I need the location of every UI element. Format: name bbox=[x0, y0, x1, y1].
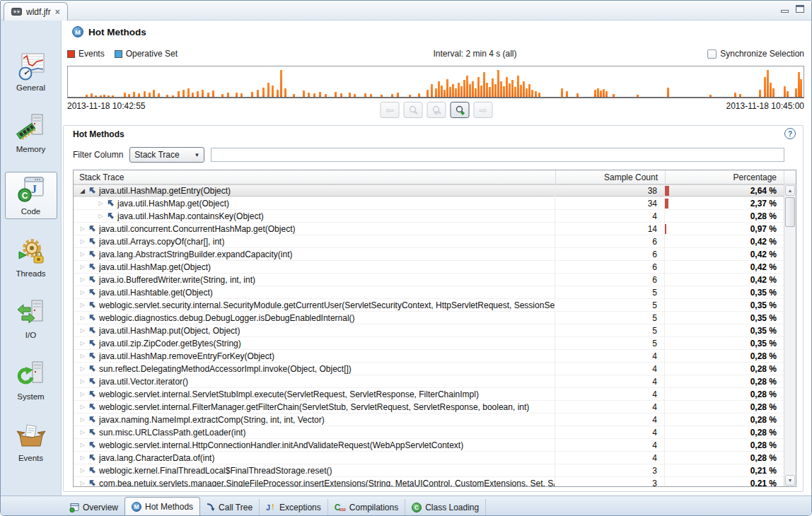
table-row[interactable]: ▷ java.lang.CharacterData.of(int) 4 0,28… bbox=[74, 452, 784, 464]
interval-label: Interval: 2 min 4 s (all) bbox=[433, 49, 516, 59]
sample-count: 4 bbox=[555, 439, 665, 451]
table-row[interactable]: ▷ sun.misc.URLClassPath.getLoader(int) 4… bbox=[74, 426, 784, 439]
sidebar-item-general[interactable]: General bbox=[5, 49, 57, 95]
column-header-stack-trace[interactable]: Stack Trace bbox=[74, 170, 555, 184]
table-row[interactable]: ▷ java.util.Hashtable.get(Object) 5 0,35… bbox=[74, 286, 784, 299]
percentage-cell: 0,35 % bbox=[665, 312, 784, 324]
expand-icon[interactable]: ▷ bbox=[78, 391, 87, 397]
vertical-scrollbar[interactable]: ▲ ▼ bbox=[784, 184, 796, 486]
column-header-percentage[interactable]: Percentage bbox=[665, 170, 784, 184]
minimize-icon[interactable] bbox=[781, 10, 789, 13]
table-row[interactable]: ▷ java.util.HashMap.containsKey(Object) … bbox=[74, 210, 784, 223]
table-row[interactable]: ◢ java.util.HashMap.getEntry(Object) 38 … bbox=[74, 184, 784, 197]
expand-icon[interactable]: ▷ bbox=[78, 340, 87, 346]
expand-icon[interactable]: ◢ bbox=[78, 187, 87, 194]
table-row[interactable]: ▷ weblogic.servlet.internal.FilterManage… bbox=[74, 401, 784, 414]
scroll-up-icon[interactable]: ▲ bbox=[785, 185, 795, 196]
help-icon[interactable]: ? bbox=[784, 128, 796, 139]
stack-trace-cell: ▷ java.util.HashMap.get(Object) bbox=[74, 197, 555, 209]
sample-count: 6 bbox=[555, 235, 665, 247]
maximize-icon[interactable] bbox=[796, 5, 804, 13]
column-header-sample-count[interactable]: Sample Count bbox=[555, 170, 665, 184]
expand-icon[interactable]: ▷ bbox=[96, 213, 105, 219]
table-row[interactable]: ▷ java.io.BufferedWriter.write(String, i… bbox=[74, 274, 784, 286]
expand-icon[interactable]: ▷ bbox=[78, 378, 87, 385]
tab-compilations[interactable]: C010 Compilations bbox=[328, 499, 405, 515]
zoom-out-button[interactable] bbox=[404, 102, 423, 118]
sidebar-item-threads[interactable]: Threads bbox=[5, 235, 57, 281]
tab-overview[interactable]: Overview bbox=[63, 499, 125, 515]
expand-icon[interactable]: ▷ bbox=[78, 353, 87, 359]
table-row[interactable]: ▷ java.util.Vector.iterator() 4 0,28 % bbox=[74, 375, 784, 388]
table-row[interactable]: ▷ sun.reflect.DelegatingMethodAccessorIm… bbox=[74, 363, 784, 375]
sidebar-item-system[interactable]: System bbox=[5, 358, 57, 404]
table-row[interactable]: ▷ weblogic.servlet.security.internal.Sec… bbox=[74, 299, 784, 312]
filter-column-dropdown[interactable]: Stack Trace ▼ bbox=[129, 147, 204, 163]
percentage-cell: 0,28 % bbox=[665, 375, 784, 387]
tab-exceptions[interactable]: J! Exceptions bbox=[260, 499, 328, 515]
expand-icon[interactable]: ▷ bbox=[78, 276, 87, 283]
table-row[interactable]: ▷ java.util.HashMap.get(Object) 6 0,42 % bbox=[74, 261, 784, 274]
sidebar-item-label: I/O bbox=[25, 331, 36, 339]
scroll-down-icon[interactable]: ▼ bbox=[785, 475, 795, 486]
zoom-to-selection-button[interactable] bbox=[427, 102, 446, 118]
method-icon bbox=[88, 288, 96, 296]
timeline-chart[interactable] bbox=[67, 66, 804, 98]
table-row[interactable]: ▷ com.bea.netuix.servlets.manager.Single… bbox=[74, 477, 784, 486]
expand-icon[interactable]: ▷ bbox=[96, 200, 105, 206]
method-icon bbox=[88, 339, 96, 347]
table-row[interactable]: ▷ java.util.HashMap.removeEntryForKey(Ob… bbox=[74, 350, 784, 363]
stack-trace-cell: ▷ java.util.Arrays.copyOf(char[], int) bbox=[74, 235, 555, 247]
percentage-value: 0,42 % bbox=[750, 237, 777, 247]
sidebar-item-events[interactable]: Events bbox=[5, 419, 57, 465]
expand-icon[interactable]: ▷ bbox=[78, 442, 87, 448]
expand-icon[interactable]: ▷ bbox=[78, 238, 87, 245]
percentage-cell: 0,35 % bbox=[665, 337, 784, 349]
scrollbar-thumb[interactable] bbox=[785, 197, 795, 227]
expand-icon[interactable]: ▷ bbox=[78, 327, 87, 334]
editor-tab-wldf[interactable]: wldf.jfr × bbox=[4, 2, 68, 20]
table-row[interactable]: ▷ weblogic.servlet.internal.ServletStubI… bbox=[74, 388, 784, 401]
expand-icon[interactable]: ▷ bbox=[78, 289, 87, 295]
table-row[interactable]: ▷ weblogic.kernel.FinalThreadLocal$Final… bbox=[74, 464, 784, 477]
expand-icon[interactable]: ▷ bbox=[78, 251, 87, 257]
table-row[interactable]: ▷ weblogic.diagnostics.debug.DebugLogger… bbox=[74, 312, 784, 324]
sidebar-item-memory[interactable]: Memory bbox=[5, 110, 57, 156]
expand-icon[interactable]: ▷ bbox=[78, 455, 87, 461]
expand-icon[interactable]: ▷ bbox=[78, 416, 87, 423]
expand-icon[interactable]: ▷ bbox=[78, 225, 87, 232]
table-row[interactable]: ▷ java.util.HashMap.get(Object) 34 2,37 … bbox=[74, 197, 784, 210]
sidebar-item-io[interactable]: I/O bbox=[5, 296, 57, 342]
sidebar: General Memory bbox=[1, 20, 62, 496]
percentage-value: 2,64 % bbox=[750, 186, 777, 196]
expand-icon[interactable]: ▷ bbox=[78, 365, 87, 372]
table-row[interactable]: ▷ weblogic.servlet.internal.HttpConnecti… bbox=[74, 439, 784, 452]
tab-class-loading[interactable]: C Class Loading bbox=[405, 499, 486, 515]
move-forward-button[interactable]: ⇨ bbox=[474, 102, 493, 118]
expand-icon[interactable]: ▷ bbox=[78, 467, 87, 474]
zoom-in-button[interactable] bbox=[451, 102, 470, 118]
table-body-wrap: ◢ java.util.HashMap.getEntry(Object) 38 … bbox=[74, 184, 796, 486]
tab-call-tree[interactable]: Call Tree bbox=[199, 499, 260, 515]
move-back-button[interactable]: ⇦ bbox=[381, 102, 400, 118]
expand-icon[interactable]: ▷ bbox=[78, 315, 87, 321]
filter-text-input[interactable] bbox=[211, 148, 784, 162]
method-name: java.util.Arrays.copyOf(char[], int) bbox=[99, 237, 224, 247]
zoom-out-icon bbox=[408, 105, 418, 115]
expand-icon[interactable]: ▷ bbox=[78, 264, 87, 270]
table-row[interactable]: ▷ java.util.Arrays.copyOf(char[], int) 6… bbox=[74, 235, 784, 248]
table-row[interactable]: ▷ java.util.zip.ZipCoder.getBytes(String… bbox=[74, 337, 784, 350]
table-row[interactable]: ▷ javax.naming.NameImpl.extractComp(Stri… bbox=[74, 414, 784, 426]
table-row[interactable]: ▷ java.util.concurrent.ConcurrentHashMap… bbox=[74, 223, 784, 235]
expand-icon[interactable]: ▷ bbox=[78, 404, 87, 410]
table-row[interactable]: ▷ java.lang.AbstractStringBuilder.expand… bbox=[74, 248, 784, 261]
expand-icon[interactable]: ▷ bbox=[78, 480, 87, 486]
percentage-value: 0,42 % bbox=[750, 250, 777, 259]
table-row[interactable]: ▷ java.util.HashMap.put(Object, Object) … bbox=[74, 324, 784, 337]
sidebar-item-code[interactable]: J C Code bbox=[5, 172, 57, 219]
synchronize-selection-checkbox[interactable] bbox=[707, 49, 717, 59]
expand-icon[interactable]: ▷ bbox=[78, 302, 87, 308]
expand-icon[interactable]: ▷ bbox=[78, 429, 87, 435]
close-tab-icon[interactable]: × bbox=[55, 8, 60, 16]
tab-hot-methods[interactable]: M Hot Methods bbox=[124, 497, 200, 515]
